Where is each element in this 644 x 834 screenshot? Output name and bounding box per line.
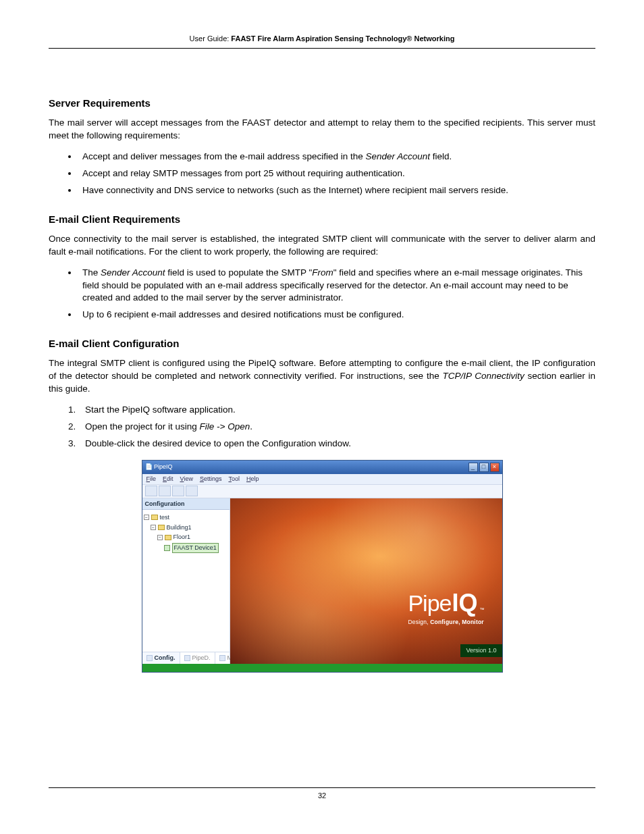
menu-help[interactable]: Help (246, 475, 259, 484)
toolbar-icon[interactable] (186, 486, 198, 496)
collapse-icon[interactable]: − (144, 515, 149, 520)
window-titlebar[interactable]: 📄 PipeIQ _ □ × (142, 461, 502, 474)
toolbar (142, 485, 502, 498)
maximize-button[interactable]: □ (479, 463, 489, 472)
app-body: Configuration −test −Building1 −Floor1 F… (142, 498, 502, 664)
menu-edit[interactable]: Edit (163, 475, 173, 484)
toolbar-icon[interactable] (159, 486, 171, 496)
folder-icon (165, 535, 171, 540)
list-item: Accept and relay SMTP messages from port… (78, 167, 595, 180)
page-footer: 32 (49, 787, 595, 801)
tab-icon (146, 655, 153, 661)
list-item: Accept and deliver messages from the e-m… (78, 151, 595, 163)
menu-settings[interactable]: Settings (200, 475, 222, 484)
heading-client-requirements: E-mail Client Requirements (49, 212, 595, 226)
tab-config[interactable]: Config. (142, 652, 180, 664)
client-cfg-intro: The integral SMTP client is configured u… (49, 357, 595, 396)
tree-row-device[interactable]: FAAST Device1 (144, 542, 228, 554)
toolbar-icon[interactable] (172, 486, 184, 496)
running-header: User Guide: FAAST Fire Alarm Aspiration … (49, 34, 595, 49)
tab-icon (184, 655, 190, 661)
brand-iq: IQ (452, 586, 477, 620)
collapse-icon[interactable]: − (157, 535, 163, 540)
tab-icon (219, 655, 225, 661)
trademark-icon: ™ (480, 606, 485, 613)
list-item: Start the PipeIQ software application. (78, 404, 595, 417)
tree-row-building[interactable]: −Building1 (144, 523, 228, 533)
brand-pipe: Pipe (408, 588, 451, 620)
tree-row-floor[interactable]: −Floor1 (144, 532, 228, 542)
heading-client-configuration: E-mail Client Configuration (49, 336, 595, 350)
header-title: FAAST Fire Alarm Aspiration Sensing Tech… (231, 34, 454, 43)
window-title: 📄 PipeIQ (145, 463, 173, 471)
list-item: Double-click the desired device to open … (78, 438, 595, 450)
tab-piped[interactable]: PipeD. (180, 652, 215, 664)
minimize-button[interactable]: _ (468, 463, 478, 472)
sidebar-header: Configuration (142, 498, 230, 511)
sidebar: Configuration −test −Building1 −Floor1 F… (142, 498, 230, 664)
list-item: Up to 6 recipient e-mail addresses and d… (78, 309, 595, 321)
client-req-bullet-list: The Sender Account field is used to popu… (78, 267, 595, 322)
toolbar-icon[interactable] (145, 486, 157, 496)
page-number: 32 (318, 791, 326, 800)
close-button[interactable]: × (490, 463, 500, 472)
brand-tagline: Design, Configure, Monitor (408, 619, 484, 627)
version-badge: Version 1.0 (460, 644, 502, 657)
client-cfg-steps: Start the PipeIQ software application. O… (78, 404, 595, 450)
pipeiq-window: 📄 PipeIQ _ □ × File Edit View Settings T… (142, 460, 503, 673)
window-controls: _ □ × (468, 463, 500, 472)
menu-tool[interactable]: Tool (228, 475, 240, 484)
brand-logo: PipeIQ™ Design, Configure, Monitor (408, 586, 484, 627)
client-req-intro: Once connectivity to the mail server is … (49, 233, 595, 259)
project-tree: −test −Building1 −Floor1 FAAST Device1 (142, 510, 230, 652)
sidebar-tabs: Config. PipeD. Monito. (142, 652, 230, 664)
folder-icon (151, 515, 158, 520)
server-intro: The mail server will accept messages fro… (49, 117, 595, 142)
list-item: Open the project for it using File -> Op… (78, 421, 595, 434)
list-item: Have connectivity and DNS service to net… (78, 184, 595, 197)
server-bullet-list: Accept and deliver messages from the e-m… (78, 151, 595, 197)
tree-row-root[interactable]: −test (144, 513, 228, 523)
menu-view[interactable]: View (180, 475, 193, 484)
splash-art (230, 498, 502, 664)
main-splash: PipeIQ™ Design, Configure, Monitor Versi… (230, 498, 502, 664)
folder-icon (158, 525, 165, 530)
status-bar (142, 664, 502, 672)
menu-bar: File Edit View Settings Tool Help (142, 474, 502, 485)
heading-server-requirements: Server Requirements (49, 96, 595, 110)
list-item: The Sender Account field is used to popu… (78, 267, 595, 305)
header-prefix: User Guide: (190, 34, 232, 43)
menu-file[interactable]: File (146, 475, 157, 484)
collapse-icon[interactable]: − (151, 525, 156, 530)
device-icon (164, 545, 170, 551)
